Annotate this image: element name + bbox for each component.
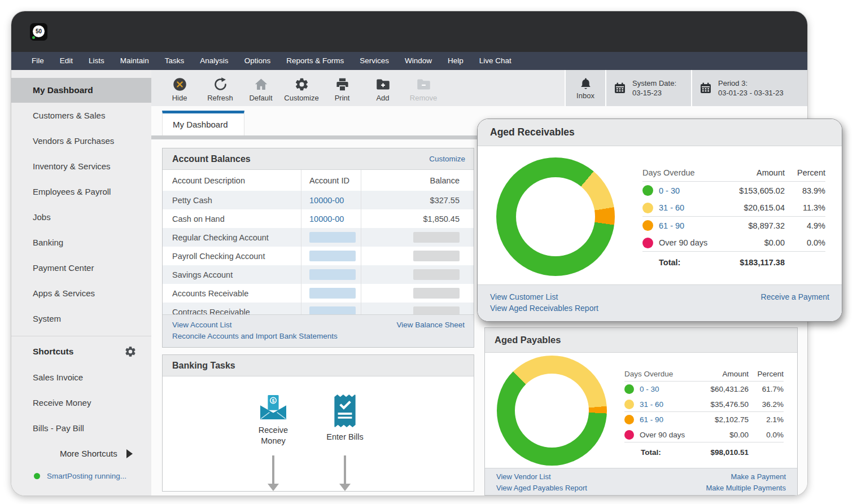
legend-category-61-90[interactable]: 61 - 90 <box>640 415 663 424</box>
legend-category-61-90[interactable]: 61 - 90 <box>659 221 684 230</box>
legend-label-cell: 0 - 30 <box>624 384 688 394</box>
sidebar-item-vendors-purchases[interactable]: Vendors & Purchases <box>11 128 151 154</box>
print-button[interactable]: Print <box>322 70 362 106</box>
aged-receivables-legend: Days OverdueAmountPercent0 - 30$153,605.… <box>642 164 825 273</box>
legend-col-percent: Percent <box>785 168 825 177</box>
view-account-list-link[interactable]: View Account List <box>172 319 232 331</box>
make-a-payment-link[interactable]: Make a Payment <box>731 471 786 483</box>
ab-cell-account-id <box>301 284 361 303</box>
legend-bullet-icon <box>642 238 653 248</box>
make-multiple-payments-link[interactable]: Make Multiple Payments <box>706 483 786 494</box>
sidebar-item-banking[interactable]: Banking <box>11 230 151 255</box>
redacted-account-id <box>309 251 356 261</box>
shortcut-list: Sales InvoiceReceive MoneyBills - Pay Bi… <box>11 365 151 441</box>
system-date-box[interactable]: System Date: 03-15-23 <box>605 70 691 106</box>
chevron-right-icon <box>126 449 133 458</box>
logo-status-dot <box>32 36 35 39</box>
redacted-account-id <box>309 232 356 243</box>
tab-my-dashboard[interactable]: My Dashboard <box>162 111 244 135</box>
more-shortcuts-label: More Shortcuts <box>60 449 117 458</box>
reconcile-accounts-link[interactable]: Reconcile Accounts and Import Bank State… <box>172 331 338 342</box>
sidebar-item-customers-sales[interactable]: Customers & Sales <box>11 103 151 128</box>
account-id-link[interactable]: 10000-00 <box>309 196 344 205</box>
default-button[interactable]: Default <box>241 70 281 106</box>
inbox-button[interactable]: Inbox <box>565 70 605 106</box>
legend-percent: 36.2% <box>749 400 784 409</box>
menu-bar: FileEditListsMaintainTasksAnalysisOption… <box>11 52 807 70</box>
menu-item-options[interactable]: Options <box>237 52 279 70</box>
customize-label: Customize <box>284 94 318 102</box>
view-balance-sheet-link[interactable]: View Balance Sheet <box>396 319 465 331</box>
menu-item-analysis[interactable]: Analysis <box>192 52 236 70</box>
more-shortcuts[interactable]: More Shortcuts <box>11 441 151 466</box>
gear-icon[interactable] <box>124 345 137 358</box>
sidebar-item-jobs[interactable]: Jobs <box>11 204 151 230</box>
customize-link[interactable]: Customize <box>429 155 465 163</box>
total-amount: $98,010.51 <box>688 448 749 457</box>
account-id-link[interactable]: 10000-00 <box>309 214 344 223</box>
inbox-label: Inbox <box>576 91 594 100</box>
menu-item-reports-forms[interactable]: Reports & Forms <box>278 52 352 70</box>
sidebar-item-employees-payroll[interactable]: Employees & Payroll <box>11 179 151 204</box>
folder-plus-icon <box>375 77 391 92</box>
sidebar-item-inventory-services[interactable]: Inventory & Services <box>11 154 151 179</box>
menu-item-services[interactable]: Services <box>352 52 397 70</box>
remove-label: Remove <box>410 94 437 102</box>
menu-item-lists[interactable]: Lists <box>81 52 112 70</box>
legend-percent: 83.9% <box>785 186 825 195</box>
customize-button[interactable]: Customize <box>281 70 322 106</box>
view-customer-list-link[interactable]: View Customer List <box>490 291 558 303</box>
legend-bullet-icon <box>642 185 653 196</box>
hide-button[interactable]: Hide <box>159 70 200 106</box>
view-aged-receivables-report-link[interactable]: View Aged Receivables Report <box>490 303 598 314</box>
legend-category-31-60[interactable]: 31 - 60 <box>659 203 684 212</box>
ab-column-account-id: Account ID <box>301 170 361 191</box>
menu-item-help[interactable]: Help <box>440 52 471 70</box>
table-row: Contracts Receivable <box>163 303 474 314</box>
shortcut-receive-money[interactable]: Receive Money <box>11 390 151 415</box>
menu-item-tasks[interactable]: Tasks <box>157 52 193 70</box>
green-status-dot-icon <box>34 473 40 479</box>
sidebar-item-system[interactable]: System <box>11 306 151 331</box>
legend-row: 61 - 90$8,897.324.9% <box>642 217 825 234</box>
menu-item-file[interactable]: File <box>24 52 52 70</box>
sidebar: My DashboardCustomers & SalesVendors & P… <box>11 70 151 496</box>
sidebar-item-payment-center[interactable]: Payment Center <box>11 255 151 281</box>
smartposting-status[interactable]: SmartPosting running... <box>34 472 151 480</box>
legend-category-31-60[interactable]: 31 - 60 <box>640 400 663 409</box>
redacted-account-id <box>309 269 356 280</box>
view-aged-payables-report-link[interactable]: View Aged Payables Report <box>496 483 587 494</box>
legend-label-cell: 61 - 90 <box>624 415 688 424</box>
legend-category-0-30[interactable]: 0 - 30 <box>659 186 680 195</box>
account-balances-title: Account Balances <box>172 154 429 164</box>
add-button[interactable]: Add <box>362 70 403 106</box>
refresh-button[interactable]: Refresh <box>200 70 241 106</box>
down-arrow-icon <box>339 455 351 492</box>
sidebar-divider <box>11 336 151 336</box>
enter-bills-task[interactable]: Enter Bills <box>314 395 376 442</box>
legend-amount: $35,476.50 <box>688 400 749 409</box>
aged-payables-panel: Aged Payables Days OverdueAmountPercent0… <box>484 327 798 496</box>
aged-receivables-title: Aged Receivables <box>490 126 575 138</box>
page: 50 FileEditListsMaintainTasksAnalysisOpt… <box>0 0 857 504</box>
legend-bullet-icon <box>624 384 634 394</box>
ab-column-balance: Balance <box>361 170 474 191</box>
sidebar-item-apps-services[interactable]: Apps & Services <box>11 281 151 306</box>
shortcuts-header: Shortcuts <box>11 339 151 365</box>
menu-item-live-chat[interactable]: Live Chat <box>471 52 519 70</box>
view-vendor-list-link[interactable]: View Vendor List <box>496 471 551 483</box>
legend-amount: $153,605.02 <box>716 186 785 195</box>
menu-item-window[interactable]: Window <box>397 52 440 70</box>
period-box[interactable]: Period 3: 03-01-23 - 03-31-23 <box>691 70 807 106</box>
table-row: Cash on Hand10000-00$1,850.45 <box>163 209 474 228</box>
legend-category-0-30[interactable]: 0 - 30 <box>640 385 659 393</box>
receive-money-task[interactable]: $ Receive Money <box>242 395 304 446</box>
menu-item-edit[interactable]: Edit <box>52 52 81 70</box>
sidebar-item-my-dashboard[interactable]: My Dashboard <box>11 78 151 103</box>
shortcut-sales-invoice[interactable]: Sales Invoice <box>11 365 151 390</box>
legend-row: 0 - 30$153,605.0283.9% <box>642 182 825 199</box>
receive-a-payment-link[interactable]: Receive a Payment <box>761 291 829 303</box>
menu-item-maintain[interactable]: Maintain <box>112 52 157 70</box>
default-label: Default <box>249 94 272 102</box>
shortcut-bills-pay-bill[interactable]: Bills - Pay Bill <box>11 415 151 441</box>
